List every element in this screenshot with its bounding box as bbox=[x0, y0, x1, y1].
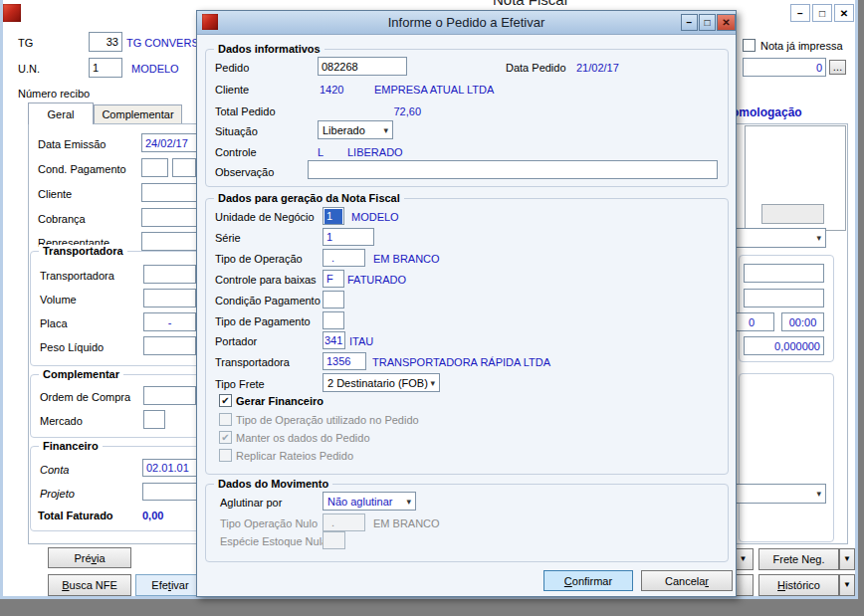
busca-nfe-button[interactable]: Busca NFE bbox=[48, 574, 131, 596]
tg-value: 33 bbox=[107, 36, 118, 48]
frete-neg-dropdown-button[interactable]: ▼ bbox=[839, 548, 855, 570]
tab-geral[interactable]: Geral bbox=[28, 103, 94, 124]
observacao-field[interactable] bbox=[308, 160, 718, 179]
gerar-financeiro-label: Gerar Financeiro bbox=[236, 395, 324, 408]
arrow-down-icon: ▼ bbox=[843, 581, 851, 589]
transportadora-label: Transportadora bbox=[40, 270, 114, 283]
gerar-financeiro-checkbox[interactable]: ✔ bbox=[219, 394, 232, 407]
previa-label: Prévia bbox=[74, 552, 105, 564]
aglutinar-dropdown[interactable]: Não aglutinar▾ bbox=[323, 492, 416, 511]
dialog-close-icon[interactable]: ✕ bbox=[717, 14, 736, 31]
tipo-operacao-nulo-label: Tipo Operação Nulo bbox=[220, 517, 318, 530]
homologacao-text: omologação bbox=[732, 106, 802, 119]
controle-baixas-value: F bbox=[326, 273, 333, 285]
data-emissao-field[interactable]: 24/02/17 bbox=[141, 133, 197, 152]
controle-baixas-field[interactable]: F bbox=[323, 270, 344, 288]
total-faturado-value: 0,00 bbox=[142, 510, 163, 522]
nota-ja-impressa-checkbox[interactable] bbox=[743, 39, 756, 52]
maximize-icon[interactable]: □ bbox=[812, 4, 832, 22]
peso-liquido-field[interactable] bbox=[143, 336, 196, 355]
tipo-operacao-nulo-desc: EM BRANCO bbox=[373, 517, 440, 530]
volume-label: Volume bbox=[40, 294, 77, 307]
data-emissao-value: 24/02/17 bbox=[145, 137, 188, 149]
arrow-down-icon: ▼ bbox=[740, 555, 748, 563]
historico-button[interactable]: Histórico bbox=[758, 574, 839, 596]
placa-label: Placa bbox=[40, 317, 68, 330]
tg-field[interactable]: 33 bbox=[89, 32, 122, 52]
un-field[interactable]: 1 bbox=[89, 58, 122, 78]
pedido-value: 082268 bbox=[322, 61, 358, 73]
cancelar-label: Cancelar bbox=[665, 575, 709, 587]
situacao-value: Liberado bbox=[323, 124, 365, 136]
situacao-dropdown[interactable]: Liberado▾ bbox=[318, 120, 393, 139]
dados-movimento-legend: Dados do Movimento bbox=[214, 478, 332, 491]
cond-pagamento-field-1[interactable] bbox=[141, 158, 168, 177]
numero-nota-field[interactable]: 0 bbox=[743, 58, 826, 77]
serie-value: 1 bbox=[326, 231, 332, 243]
transportadora-field[interactable] bbox=[143, 265, 196, 284]
condicao-pagamento-field[interactable] bbox=[323, 291, 344, 308]
tab-geral-label: Geral bbox=[48, 108, 75, 120]
conta-field[interactable]: 02.01.01 bbox=[142, 459, 198, 477]
tipo-operacao-nulo-value: . bbox=[331, 516, 334, 528]
placa-field[interactable]: - bbox=[143, 312, 196, 331]
frete-neg-button[interactable]: Frete Neg. bbox=[758, 548, 839, 570]
mercado-label: Mercado bbox=[40, 415, 83, 428]
numero-recibo-label: Número recibo bbox=[18, 88, 90, 101]
chevron-down-icon: ▾ bbox=[430, 378, 435, 388]
dialog-titlebar[interactable]: Informe o Pedido a Efetivar bbox=[197, 11, 736, 35]
tipo-operacao-nulo-field: . bbox=[323, 513, 365, 531]
representante-field[interactable] bbox=[141, 232, 197, 251]
close-icon[interactable]: ✕ bbox=[834, 4, 854, 22]
minimize-icon[interactable]: − bbox=[790, 4, 810, 22]
tipo-pagamento-field[interactable] bbox=[323, 311, 344, 329]
controle-baixas-label: Controle para baixas bbox=[215, 274, 317, 287]
dados-informativos-legend: Dados informativos bbox=[214, 43, 324, 56]
serie-field[interactable]: 1 bbox=[323, 228, 374, 246]
unidade-negocio-field[interactable]: 1 bbox=[323, 207, 344, 225]
tipo-frete-value: 2 Destinatario (FOB) bbox=[327, 377, 428, 389]
chevron-down-icon: ▾ bbox=[383, 125, 388, 135]
cancelar-button[interactable]: Cancelar bbox=[641, 570, 733, 591]
projeto-label: Projeto bbox=[40, 488, 75, 501]
dlg-transportadora-field[interactable]: 1356 bbox=[323, 352, 366, 370]
portador-field[interactable]: 341 bbox=[323, 331, 345, 349]
ordem-compra-field[interactable] bbox=[143, 386, 196, 405]
projeto-field[interactable] bbox=[142, 483, 198, 501]
tipo-frete-label: Tipo Frete bbox=[215, 378, 265, 391]
financeiro-legend: Financeiro bbox=[39, 440, 103, 453]
controle-code: L bbox=[318, 146, 324, 159]
portador-value: 341 bbox=[324, 334, 342, 346]
efetivar-button[interactable]: Efetivar bbox=[135, 574, 205, 596]
cobranca-label: Cobrança bbox=[38, 213, 86, 226]
previa-button[interactable]: Prévia bbox=[48, 547, 131, 568]
historico-dropdown-button[interactable]: ▼ bbox=[839, 574, 855, 596]
cobranca-field[interactable] bbox=[141, 208, 197, 227]
tipo-frete-dropdown[interactable]: 2 Destinatario (FOB)▾ bbox=[323, 373, 440, 392]
conta-value: 02.01.01 bbox=[146, 462, 189, 474]
pedido-field[interactable]: 082268 bbox=[318, 57, 407, 76]
tipo-pagamento-label: Tipo de Pagamento bbox=[215, 315, 311, 328]
confirmar-button[interactable]: Confirmar bbox=[543, 570, 633, 591]
screen: Nota Fiscal − □ ✕ TG 33 TG CONVERSO U.N.… bbox=[0, 0, 864, 616]
replicar-rateios-label: Replicar Rateios Pedido bbox=[236, 450, 353, 463]
cliente-field[interactable] bbox=[141, 183, 197, 202]
app-icon bbox=[3, 4, 21, 22]
total-pedido-value: 72,60 bbox=[346, 105, 421, 118]
controle-desc: LIBERADO bbox=[347, 146, 403, 159]
tipo-operacao-field[interactable]: . bbox=[323, 249, 365, 267]
aglutinar-label: Aglutinar por bbox=[220, 497, 282, 510]
tab-complementar[interactable]: Complementar bbox=[94, 104, 182, 124]
dialog-minimize-icon[interactable]: − bbox=[681, 14, 698, 31]
lookup-button[interactable]: … bbox=[829, 60, 846, 75]
dlg-cliente-code: 1420 bbox=[320, 84, 343, 97]
window-title: Nota Fiscal bbox=[468, 0, 617, 9]
dialog-maximize-icon[interactable]: □ bbox=[699, 14, 716, 31]
manter-dados-label: Manter os dados do Pedido bbox=[236, 432, 370, 445]
cond-pagamento-field-2[interactable] bbox=[172, 158, 196, 177]
volume-field[interactable] bbox=[143, 289, 196, 308]
mercado-field[interactable] bbox=[143, 410, 165, 429]
placa-value: - bbox=[168, 316, 172, 328]
cond-pagamento-label: Cond. Pagamento bbox=[38, 163, 126, 176]
window-title-text: Nota Fiscal bbox=[493, 0, 567, 8]
